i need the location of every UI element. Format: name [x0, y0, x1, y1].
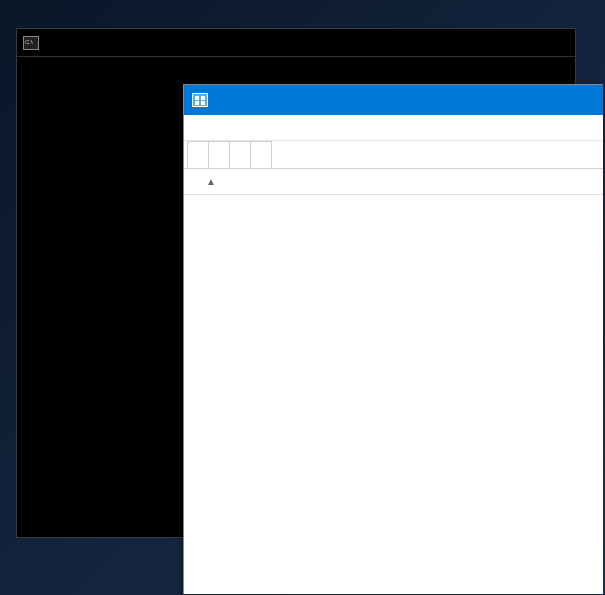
task-manager-icon — [192, 93, 208, 107]
tm-titlebar[interactable] — [184, 85, 603, 115]
cmd-body[interactable] — [17, 57, 575, 78]
tm-menubar — [184, 115, 603, 141]
tab-processes[interactable] — [187, 141, 209, 168]
tab-startup[interactable] — [250, 141, 272, 168]
tm-tabs — [184, 141, 603, 169]
col-header-name[interactable]: ▲ — [184, 176, 329, 187]
tab-performance[interactable] — [208, 141, 230, 168]
tm-table: ▲ — [184, 169, 603, 195]
cmd-icon — [23, 36, 39, 50]
tm-header-row: ▲ — [184, 169, 603, 195]
cmd-titlebar[interactable] — [17, 29, 575, 57]
tab-app-history[interactable] — [229, 141, 251, 168]
sort-ascending-icon: ▲ — [206, 176, 216, 187]
task-manager-window: ▲ — [183, 84, 603, 594]
